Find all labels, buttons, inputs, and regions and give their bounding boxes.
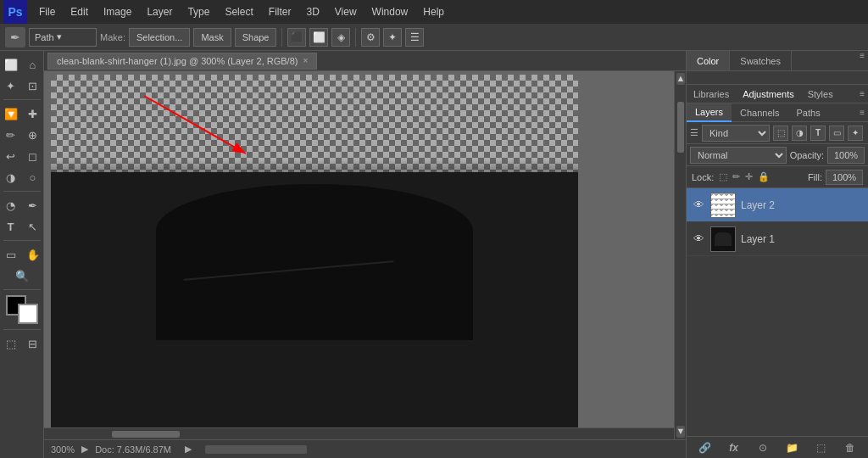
lock-position-icon[interactable]: ✛ [745,171,753,182]
color-panel-tabs: Color Swatches ≡ [687,51,868,71]
tools-panel: ⬜ ⌂ ✦ ⊡ 🔽 ✚ ✏ ⊕ ↩ ◻ ◑ ○ ◔ ✒ T [0,51,44,458]
delete-layer-icon[interactable]: 🗑 [842,439,859,456]
canvas-wrapper[interactable]: ▲ ▼ [44,71,686,439]
layers-panel-expand[interactable]: ≡ [856,108,868,117]
menu-layer[interactable]: Layer [140,3,179,21]
align-center-icon[interactable]: ⬜ [309,28,328,47]
tab-layers[interactable]: Layers [687,103,732,122]
lock-all-icon[interactable]: 🔒 [758,171,770,182]
menu-help[interactable]: Help [416,3,451,21]
background-color[interactable] [18,304,38,324]
menu-image[interactable]: Image [97,3,138,21]
tools-row-1: ⬜ ⌂ [1,54,43,75]
document-tab[interactable]: clean-blank-shirt-hanger (1).jpg @ 300% … [47,53,317,70]
menu-file[interactable]: File [32,3,62,21]
distribute-icon[interactable]: ◈ [331,28,350,47]
opacity-row: Opacity: [790,147,865,164]
tab-channels[interactable]: Channels [732,103,787,122]
layer-item[interactable]: 👁 Layer 2 [687,188,868,222]
filter-smart-icon[interactable]: ✦ [848,126,863,141]
tools-separator2 [3,191,41,192]
pen-tool-icon[interactable]: ✒ [5,27,25,47]
blend-mode-select[interactable]: Normal [690,147,787,164]
canvas-scrollbar-horizontal[interactable] [44,427,674,439]
shape-tool[interactable]: ▭ [1,244,21,265]
scroll-handle-v[interactable] [677,102,684,153]
fill-input[interactable] [826,170,863,185]
brush-tool[interactable]: ✏ [1,125,21,145]
crop-tool[interactable]: ⊡ [23,75,43,96]
panel-expand-icon[interactable]: ≡ [856,51,868,70]
doc-info: Doc: 7.63M/6.87M [95,444,171,455]
canvas-scrollbar-vertical[interactable]: ▲ ▼ [674,71,686,439]
link-layers-icon[interactable]: 🔗 [696,439,713,456]
zoom-tool[interactable]: 🔍 [12,265,32,286]
text-tool[interactable]: T [1,216,21,237]
eraser-tool[interactable]: ◻ [23,146,43,166]
separator [281,28,282,47]
screen-mode-icon[interactable]: ⬚ [1,333,21,354]
screen-fullscreen-icon[interactable]: ⊟ [23,333,43,354]
lasso-tool[interactable]: ⌂ [23,54,43,75]
align-left-icon[interactable]: ⬛ [287,28,306,47]
scroll-arrow-down[interactable]: ▼ [676,426,685,438]
lock-transparency-icon[interactable]: ⬚ [719,171,727,182]
settings-icon[interactable]: ✦ [383,28,402,47]
play-button[interactable]: ▶ [185,444,192,455]
menu-3d[interactable]: 3D [299,3,326,21]
menu-filter[interactable]: Filter [262,3,298,21]
marquee-tool[interactable]: ⬜ [1,54,21,75]
filter-pixel-icon[interactable]: ⬚ [773,126,788,141]
layer-item[interactable]: 👁 Layer 1 [687,222,868,256]
filter-shape-icon[interactable]: ▭ [829,126,844,141]
tools-separator [3,99,41,100]
pen-tool[interactable]: ✒ [23,195,43,215]
menu-window[interactable]: Window [365,3,415,21]
blur-tool[interactable]: ○ [23,167,43,187]
path-dropdown[interactable]: Path ▾ [29,28,97,47]
selection-button[interactable]: Selection... [129,28,190,47]
svg-line-1 [144,96,246,154]
healing-tool[interactable]: ✚ [23,103,43,124]
layer-visibility-toggle[interactable]: 👁 [692,198,705,212]
quick-select-tool[interactable]: ✦ [1,75,21,96]
menu-edit[interactable]: Edit [64,3,95,21]
tab-color[interactable]: Color [687,51,730,70]
secondary-panel-expand[interactable]: ≡ [856,89,868,98]
menu-select[interactable]: Select [218,3,259,21]
extra-icon[interactable]: ☰ [405,28,424,47]
tab-close-button[interactable]: × [303,56,308,65]
gear-icon[interactable]: ⚙ [361,28,380,47]
tab-adjustments[interactable]: Adjustments [736,89,801,99]
opacity-label: Opacity: [790,150,824,160]
gradient-tool[interactable]: ◑ [1,167,21,187]
clone-tool[interactable]: ⊕ [23,125,43,145]
dodge-tool[interactable]: ◔ [1,195,21,215]
shape-button[interactable]: Shape [235,28,277,47]
menu-view[interactable]: View [328,3,364,21]
new-group-icon[interactable]: 📁 [783,439,800,456]
tools-row-5: ↩ ◻ [1,146,43,166]
menu-type[interactable]: Type [181,3,216,21]
layer-visibility-toggle[interactable]: 👁 [692,232,705,246]
fx-icon[interactable]: fx [725,439,742,456]
hand-tool[interactable]: ✋ [23,244,43,265]
add-mask-icon[interactable]: ⊙ [754,439,771,456]
filter-adj-icon[interactable]: ◑ [792,126,807,141]
filter-kind-select[interactable]: Kind [702,125,770,142]
filter-type-icon[interactable]: T [810,126,826,141]
tab-libraries[interactable]: Libraries [687,89,736,99]
lock-brush-icon[interactable]: ✏ [732,171,740,182]
mask-button[interactable]: Mask [193,28,231,47]
eyedropper-tool[interactable]: 🔽 [1,103,21,124]
document-tab-label: clean-blank-shirt-hanger (1).jpg @ 300% … [57,56,298,66]
tab-swatches[interactable]: Swatches [730,51,792,70]
scroll-arrow-up[interactable]: ▲ [676,73,685,85]
new-layer-icon[interactable]: ⬚ [812,439,829,456]
tab-paths[interactable]: Paths [788,103,829,122]
tab-styles[interactable]: Styles [801,89,840,99]
opacity-input[interactable] [827,147,865,164]
scroll-handle-h[interactable] [112,431,180,438]
path-select-tool[interactable]: ↖ [23,216,43,237]
history-tool[interactable]: ↩ [1,146,21,166]
